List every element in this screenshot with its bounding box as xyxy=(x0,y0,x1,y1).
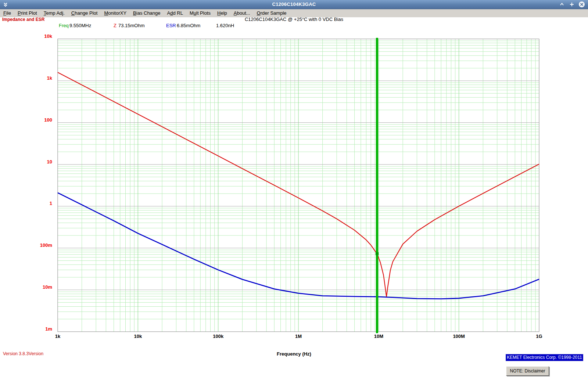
freq-readout-label: Freq xyxy=(59,23,69,28)
y-tick-label: 1m xyxy=(45,326,52,332)
y-tick-label: 100 xyxy=(44,117,52,123)
z-readout-label: Z xyxy=(114,23,116,28)
impedance-esr-chart[interactable]: 10k1k100101100m10m1m1k10k100k1M10M100M1G xyxy=(0,0,588,382)
menu-item-bias-change[interactable]: Bias Change xyxy=(130,10,164,17)
x-tick-label: 1M xyxy=(295,334,302,339)
menu-item-temp-adj[interactable]: Temp Adj. xyxy=(40,10,68,17)
cursor-marker xyxy=(376,252,379,255)
maximize-window-icon[interactable] xyxy=(569,1,575,8)
window-title: C1206C104K3GAC xyxy=(0,1,588,7)
x-tick-label: 100M xyxy=(453,334,465,339)
x-tick-label: 10k xyxy=(134,334,142,339)
menu-item-order-sample[interactable]: Order Sample xyxy=(254,10,290,17)
y-tick-label: 10m xyxy=(43,284,52,290)
esr-readout-label: ESR xyxy=(166,23,176,28)
esl-readout-value: 1.620nH xyxy=(216,23,234,28)
y-tick-label: 1 xyxy=(50,201,52,206)
y-tick-label: 10k xyxy=(44,33,52,39)
menu-item-change-plot[interactable]: Change Plot xyxy=(68,10,101,17)
z-readout-value: 73.15mOhm xyxy=(118,23,145,28)
y-tick-label: 1k xyxy=(47,75,53,81)
menu-item-about[interactable]: About... xyxy=(230,10,254,17)
x-tick-label: 100k xyxy=(213,334,224,339)
esr-readout-value: 6.85mOhm xyxy=(177,23,200,28)
y-tick-label: 100m xyxy=(40,242,52,248)
menu-item-print-plot[interactable]: Print Plot xyxy=(14,10,40,17)
x-tick-label: 10M xyxy=(374,334,383,339)
window-controls xyxy=(559,0,585,9)
freq-readout-value: 9.550MHz xyxy=(69,23,91,28)
menu-item-add-rl[interactable]: Add RL xyxy=(164,10,186,17)
menu-bar: FilePrint PlotTemp Adj.Change PlotMonito… xyxy=(0,9,588,17)
title-bar: C1206C104K3GAC xyxy=(0,0,588,9)
menu-item-monitorxy[interactable]: MonitorXY xyxy=(101,10,130,17)
menu-item-help[interactable]: Help xyxy=(214,10,230,17)
menu-item-file[interactable]: File xyxy=(0,10,14,17)
x-axis-title: Frequency (Hz) xyxy=(0,351,588,357)
plot-subtitle: C1206C104K3GAC @ +25°C with 0 VDC Bias xyxy=(0,17,588,22)
close-window-icon[interactable] xyxy=(578,1,585,8)
menu-item-mult-plots[interactable]: Mult Plots xyxy=(186,10,214,17)
x-tick-label: 1G xyxy=(536,334,542,339)
disclaimer-button[interactable]: NOTE: Disclaimer xyxy=(506,366,549,376)
shade-window-icon[interactable] xyxy=(559,1,565,8)
x-tick-label: 1k xyxy=(55,334,61,339)
brand-banner: KEMET Electronics Corp. ©1998-2011 xyxy=(506,354,583,361)
y-tick-label: 10 xyxy=(47,159,52,165)
